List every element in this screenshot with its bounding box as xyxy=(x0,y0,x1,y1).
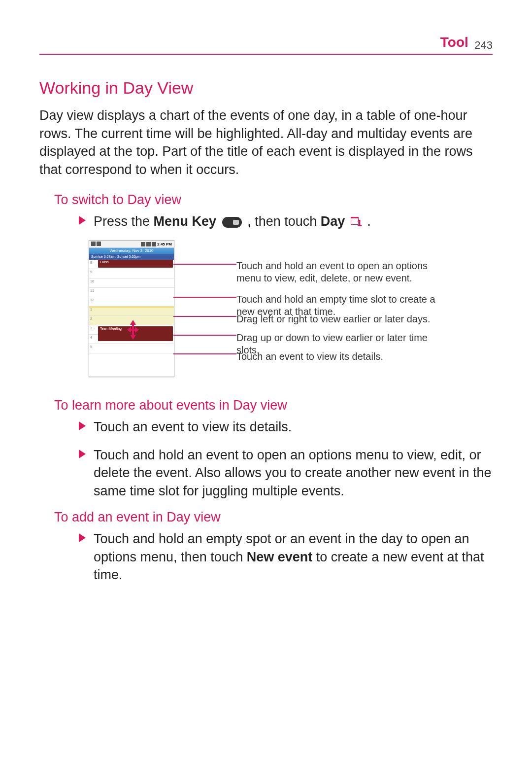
drag-arrows-icon xyxy=(127,320,139,340)
instruction-learn-2: Touch and hold an event to open an optio… xyxy=(79,446,493,500)
instruction-learn-1: Touch an event to view its details. xyxy=(79,418,493,436)
callout-line xyxy=(173,316,236,317)
text-fragment: , then touch xyxy=(247,214,321,229)
current-time-indicator xyxy=(89,307,174,308)
section-label: Tool xyxy=(440,35,468,50)
text-fragment: . xyxy=(367,214,371,229)
status-bar: 1:45 PM xyxy=(89,241,174,248)
bullet-arrow-icon xyxy=(79,421,86,430)
intro-paragraph: Day view displays a chart of the events … xyxy=(39,106,493,178)
callout-hold-event: Touch and hold an event to open an optio… xyxy=(236,260,453,284)
hour-row-11: 11 xyxy=(89,288,174,297)
day-label: Day xyxy=(321,214,345,229)
callout-line xyxy=(173,297,236,298)
hour-row-1: 1 xyxy=(89,307,174,316)
event-class: Class xyxy=(98,260,173,268)
instruction-switch: Press the Menu Key , then touch Day 1 . xyxy=(79,212,493,230)
calendar-date-bar: Wednesday, Nov 3, 2010 xyxy=(89,248,174,254)
callout-line xyxy=(173,353,236,354)
status-icons-right: 1:45 PM xyxy=(141,242,172,246)
menu-key-label: Menu Key xyxy=(154,214,217,229)
page-header: Tool 243 xyxy=(39,35,493,55)
hour-row-5: 5 xyxy=(89,344,174,353)
menu-key-icon xyxy=(222,217,242,228)
day-icon: 1 xyxy=(351,217,362,228)
status-time: 1:45 PM xyxy=(157,242,172,246)
subheading-add: To add an event in Day view xyxy=(54,510,493,525)
page-number: 243 xyxy=(474,39,493,51)
subheading-learn: To learn more about events in Day view xyxy=(54,398,493,413)
subheading-switch: To switch to Day view xyxy=(54,192,493,208)
hour-row-8: 8 Class xyxy=(89,260,174,269)
status-icons-left xyxy=(91,242,102,247)
phone-screenshot: 1:45 PM Wednesday, Nov 3, 2010 Sunrise 6… xyxy=(89,240,174,377)
callout-line xyxy=(173,335,236,336)
text-fragment: Touch and hold an event to open an optio… xyxy=(94,448,492,498)
phone-illustration-area: 1:45 PM Wednesday, Nov 3, 2010 Sunrise 6… xyxy=(89,240,493,378)
hour-row-10: 10 xyxy=(89,278,174,288)
hour-row-12: 12 xyxy=(89,297,174,307)
manual-page: Tool 243 Working in Day View Day view di… xyxy=(0,0,532,623)
bullet-arrow-icon xyxy=(79,216,86,225)
hour-row-9: 9 xyxy=(89,269,174,278)
bullet-arrow-icon xyxy=(79,450,86,458)
instruction-add-1: Touch and hold an empty spot or an event… xyxy=(79,530,493,584)
text-fragment: Press the xyxy=(94,214,154,229)
bullet-arrow-icon xyxy=(79,533,86,542)
text-fragment: Touch an event to view its details. xyxy=(94,419,292,434)
callout-line xyxy=(173,264,236,265)
new-event-label: New event xyxy=(247,550,313,564)
callout-touch-event: Touch an event to view its details. xyxy=(236,350,383,363)
callout-drag-horiz: Drag left or right to view earlier or la… xyxy=(236,313,431,325)
sunrise-bar: Sunrise 6:57am, Sunset 5:02pm xyxy=(89,254,174,260)
page-title: Working in Day View xyxy=(39,78,493,98)
